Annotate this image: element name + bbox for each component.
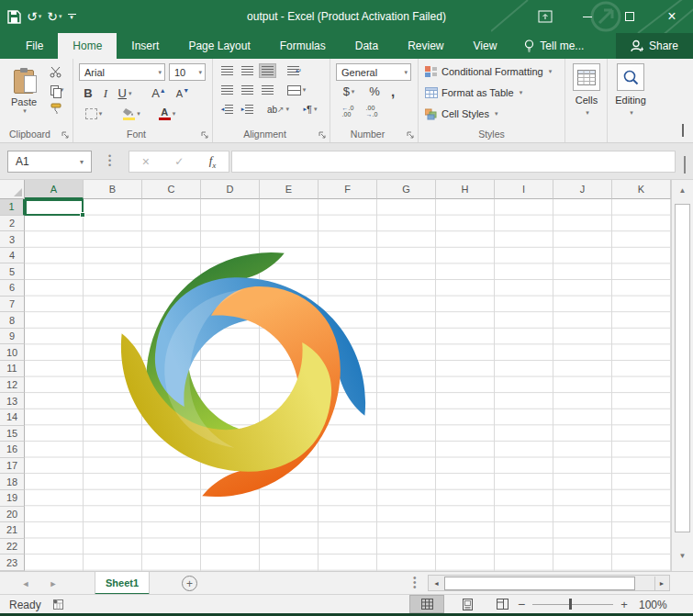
row-header-17[interactable]: 17	[0, 458, 25, 475]
row-header-19[interactable]: 19	[0, 490, 25, 507]
italic-button[interactable]: I	[99, 85, 112, 101]
decrease-font-size-button[interactable]: A▼	[173, 85, 193, 101]
name-box-dropdown-arrow[interactable]: ▾	[80, 158, 84, 166]
format-as-table-button[interactable]: Format as Table▾	[425, 86, 522, 99]
enter-check-icon[interactable]: ✓	[174, 155, 184, 168]
ribbon-display-options-button[interactable]	[524, 0, 566, 33]
maximize-button[interactable]	[609, 0, 651, 33]
increase-font-size-button[interactable]: A▲	[149, 85, 169, 101]
zoom-level[interactable]: 100%	[639, 595, 667, 614]
vertical-scrollbar[interactable]: ▲ ▼	[671, 180, 693, 571]
text-direction-button[interactable]: ▸¶▾	[297, 102, 323, 117]
row-header-21[interactable]: 21	[0, 522, 25, 539]
row-header-2[interactable]: 2	[0, 216, 25, 232]
decrease-decimal-button[interactable]: .00→.0	[362, 104, 382, 118]
share-button[interactable]: Share	[616, 33, 693, 59]
tab-insert[interactable]: Insert	[117, 33, 173, 59]
expand-formula-bar-button[interactable]	[684, 158, 686, 174]
tab-formulas[interactable]: Formulas	[265, 33, 341, 59]
column-header-a[interactable]: A	[25, 180, 84, 199]
tab-view[interactable]: View	[459, 33, 512, 59]
conditional-formatting-button[interactable]: Conditional Formatting▾	[425, 65, 552, 78]
selected-cell-a1[interactable]	[25, 199, 84, 216]
tab-data[interactable]: Data	[341, 33, 393, 59]
align-right-button[interactable]	[259, 83, 276, 97]
undo-button[interactable]: ↺▾	[27, 9, 41, 24]
editing-button[interactable]: Editing ▾	[611, 63, 650, 117]
row-header-6[interactable]: 6	[0, 280, 25, 297]
normal-view-button[interactable]	[409, 595, 444, 613]
row-header-3[interactable]: 3	[0, 231, 25, 248]
alignment-dialog-launcher[interactable]	[319, 131, 327, 140]
cell-styles-button[interactable]: Cell Styles▾	[425, 107, 497, 120]
tab-page-layout[interactable]: Page Layout	[173, 33, 264, 59]
insert-function-icon[interactable]: fx	[209, 153, 217, 170]
bottom-align-button[interactable]	[259, 63, 276, 78]
number-dialog-launcher[interactable]	[407, 131, 415, 140]
underline-button[interactable]: U▾	[114, 85, 136, 101]
font-size-combo[interactable]: 10▾	[169, 63, 206, 81]
column-header-b[interactable]: B	[84, 180, 142, 199]
bold-button[interactable]: B	[81, 85, 95, 101]
scroll-down-arrow[interactable]: ▼	[672, 547, 693, 564]
sheet-nav-left-arrow[interactable]: ◄	[17, 572, 35, 595]
redo-button[interactable]: ↻▾	[47, 9, 61, 24]
tab-file[interactable]: File	[11, 33, 58, 59]
row-header-15[interactable]: 15	[0, 426, 25, 442]
scrollbar-resize-handle[interactable]: •••	[413, 576, 417, 589]
paste-dropdown-arrow[interactable]: ▾	[23, 107, 27, 115]
formula-input[interactable]	[231, 151, 676, 173]
comma-style-button[interactable]: ,	[387, 84, 398, 99]
select-all-corner[interactable]	[0, 180, 25, 199]
zoom-out-button[interactable]: −	[514, 595, 529, 613]
macro-record-icon[interactable]	[51, 598, 64, 610]
swirl-logo-image[interactable]	[109, 241, 377, 509]
fill-color-button[interactable]: ▾	[117, 106, 145, 122]
column-header-i[interactable]: I	[495, 180, 553, 199]
column-header-f[interactable]: F	[319, 180, 377, 199]
customize-qat-button[interactable]: ▾	[68, 14, 76, 19]
minimize-button[interactable]	[566, 0, 609, 33]
percent-style-button[interactable]: %	[367, 84, 382, 99]
decrease-indent-button[interactable]: ◂	[218, 102, 236, 117]
sheet-nav-right-arrow[interactable]: ►	[44, 572, 62, 595]
close-button[interactable]: ×	[651, 0, 693, 33]
page-layout-view-button[interactable]	[450, 595, 485, 613]
font-name-combo[interactable]: Arial▾	[79, 63, 165, 81]
row-header-13[interactable]: 13	[0, 393, 25, 409]
top-align-button[interactable]	[218, 63, 236, 78]
merge-center-button[interactable]: ▾	[281, 83, 312, 97]
increase-indent-button[interactable]: ▸	[239, 102, 256, 117]
column-header-e[interactable]: E	[260, 180, 319, 199]
horizontal-scroll-thumb[interactable]	[444, 577, 635, 590]
row-header-18[interactable]: 18	[0, 474, 25, 490]
row-header-8[interactable]: 8	[0, 312, 25, 329]
row-header-7[interactable]: 7	[0, 297, 25, 313]
fill-handle[interactable]	[80, 212, 85, 218]
wrap-text-button[interactable]: ↵	[285, 63, 305, 78]
row-header-5[interactable]: 5	[0, 263, 25, 280]
cells-button[interactable]: Cells ▾	[567, 63, 606, 117]
column-header-j[interactable]: J	[553, 180, 612, 199]
vertical-scroll-thumb[interactable]	[675, 204, 690, 532]
new-sheet-button[interactable]: +	[182, 576, 197, 591]
row-header-4[interactable]: 4	[0, 248, 25, 264]
accounting-format-button[interactable]: $▾	[338, 84, 360, 99]
tab-review[interactable]: Review	[393, 33, 458, 59]
column-header-k[interactable]: K	[612, 180, 671, 199]
borders-button[interactable]: ▾	[81, 106, 106, 121]
row-header-11[interactable]: 11	[0, 361, 25, 377]
row-header-10[interactable]: 10	[0, 344, 25, 361]
copy-button[interactable]: ▾	[44, 83, 70, 97]
row-header-22[interactable]: 22	[0, 539, 25, 555]
zoom-slider-track[interactable]	[532, 604, 613, 605]
save-icon[interactable]	[7, 10, 21, 24]
collapse-ribbon-button[interactable]	[682, 126, 684, 137]
horizontal-scrollbar[interactable]: ◄ ►	[428, 575, 670, 591]
scroll-left-arrow[interactable]: ◄	[430, 577, 443, 590]
tab-home[interactable]: Home	[58, 33, 117, 59]
middle-align-button[interactable]	[239, 63, 256, 78]
font-color-button[interactable]: A▾	[154, 106, 180, 122]
clipboard-dialog-launcher[interactable]	[61, 131, 70, 140]
cancel-icon[interactable]: ×	[142, 154, 150, 169]
